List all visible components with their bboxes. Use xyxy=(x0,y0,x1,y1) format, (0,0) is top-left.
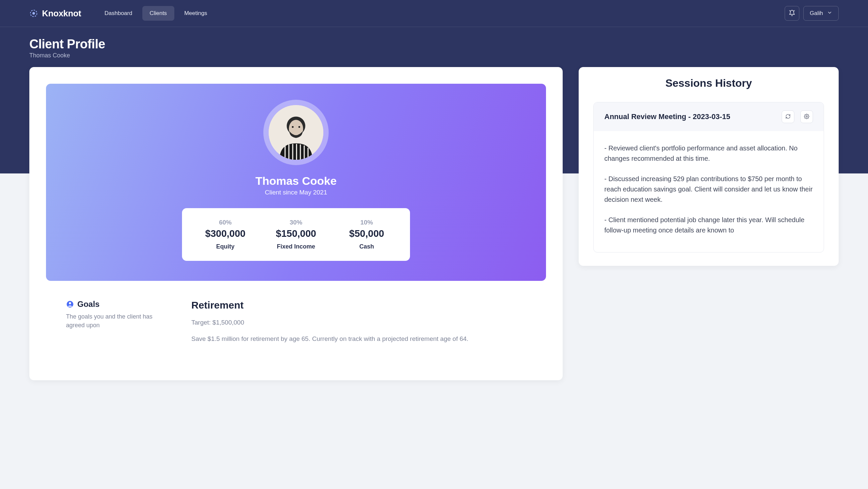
client-card: Thomas Cooke Client since May 2021 60% $… xyxy=(29,67,563,380)
session-note: - Client mentioned potential job change … xyxy=(604,215,813,235)
avatar xyxy=(269,105,323,160)
refresh-button[interactable] xyxy=(782,110,794,123)
user-name: Galih xyxy=(810,10,823,17)
allocation-amount: $150,000 xyxy=(276,228,316,239)
page-title: Client Profile xyxy=(29,37,839,51)
client-hero: Thomas Cooke Client since May 2021 60% $… xyxy=(46,84,546,281)
goal-target: Target: $1,500,000 xyxy=(191,319,526,326)
session-item: Annual Review Meeting - 2023-03-15 xyxy=(593,102,824,253)
session-body: - Reviewed client's portfolio performanc… xyxy=(594,131,824,252)
allocation-pct: 10% xyxy=(360,219,373,226)
session-note: - Reviewed client's portfolio performanc… xyxy=(604,143,813,164)
allocation-fixed-income: 30% $150,000 Fixed Income xyxy=(273,219,319,250)
svg-point-9 xyxy=(806,116,807,117)
settings-button[interactable] xyxy=(800,110,813,123)
allocation-label: Equity xyxy=(216,243,234,250)
client-name: Thomas Cooke xyxy=(255,174,337,188)
session-title: Annual Review Meeting - 2023-03-15 xyxy=(604,112,776,122)
allocation-card: 60% $300,000 Equity 30% $150,000 Fixed I… xyxy=(182,208,410,261)
sessions-heading: Sessions History xyxy=(593,77,824,89)
top-nav: Knoxknot Dashboard Clients Meetings Gali… xyxy=(0,0,868,27)
goals-heading: Goals xyxy=(78,299,100,309)
goals-section: Goals The goals you and the client has a… xyxy=(46,281,546,364)
sessions-card: Sessions History Annual Review Meeting -… xyxy=(579,67,839,266)
goal-name: Retirement xyxy=(191,299,526,311)
allocation-label: Fixed Income xyxy=(277,243,315,250)
allocation-amount: $50,000 xyxy=(349,228,384,239)
client-since: Client since May 2021 xyxy=(265,189,327,196)
nav-meetings[interactable]: Meetings xyxy=(177,6,215,21)
svg-point-1 xyxy=(33,12,34,14)
bell-icon xyxy=(789,10,795,17)
page-header: Client Profile Thomas Cooke xyxy=(0,27,868,67)
logo-icon xyxy=(29,9,38,18)
logo-text: Knoxknot xyxy=(42,8,81,19)
gear-icon xyxy=(804,114,809,120)
logo[interactable]: Knoxknot xyxy=(29,8,81,19)
allocation-cash: 10% $50,000 Cash xyxy=(343,219,390,250)
nav-clients[interactable]: Clients xyxy=(142,6,174,21)
goal-body: Save $1.5 million for retirement by age … xyxy=(191,334,526,344)
session-note: - Discussed increasing 529 plan contribu… xyxy=(604,174,813,205)
nav-links: Dashboard Clients Meetings xyxy=(97,6,214,21)
page-subtitle: Thomas Cooke xyxy=(29,52,839,59)
notifications-button[interactable] xyxy=(785,6,799,21)
allocation-label: Cash xyxy=(359,243,374,250)
allocation-amount: $300,000 xyxy=(205,228,246,239)
svg-point-6 xyxy=(298,126,300,128)
user-menu-button[interactable]: Galih xyxy=(803,6,839,21)
nav-dashboard[interactable]: Dashboard xyxy=(97,6,140,21)
refresh-icon xyxy=(785,114,790,120)
allocation-pct: 60% xyxy=(219,219,232,226)
allocation-pct: 30% xyxy=(290,219,302,226)
user-circle-icon xyxy=(66,300,74,308)
session-header: Annual Review Meeting - 2023-03-15 xyxy=(594,103,824,131)
avatar-ring xyxy=(264,100,329,165)
goals-description: The goals you and the client has agreed … xyxy=(66,312,173,329)
svg-point-5 xyxy=(292,126,294,128)
chevron-down-icon xyxy=(827,10,832,17)
allocation-equity: 60% $300,000 Equity xyxy=(202,219,249,250)
svg-point-8 xyxy=(69,302,71,304)
